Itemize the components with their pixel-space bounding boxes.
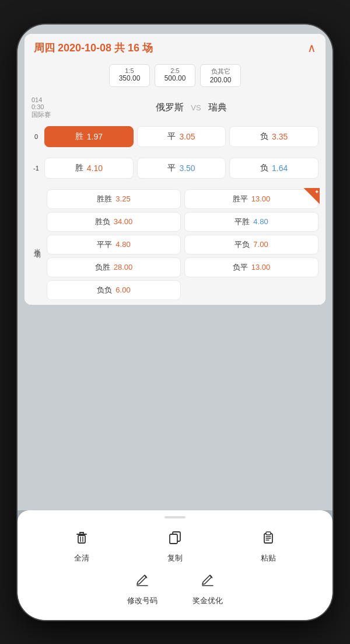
match-time: 0:30 [32, 103, 60, 110]
panel-actions-row1: 全清 复制 [18, 529, 332, 573]
badge-icon: ✦ [314, 189, 319, 195]
panel-actions-row2: 修改号码 奖金优化 [18, 573, 332, 606]
bet-draw-m1[interactable]: 平 3.50 [137, 158, 226, 179]
hf-win-win[interactable]: 胜胜 3.25 [47, 189, 181, 209]
header-title: 周四 2020-10-08 共 16 场 [34, 41, 153, 55]
collapse-icon[interactable]: ∧ [307, 41, 316, 55]
copy-button[interactable]: 复制 [167, 529, 183, 563]
bottom-panel: 全清 复制 [18, 510, 332, 620]
handicap-minus1-section: -1 胜 4.10 平 3.50 负 1.64 [24, 155, 326, 187]
score-row: 1:5 350.00 2:5 500.00 负其它 200.00 [24, 62, 326, 92]
bonus-optimize-icon [200, 573, 215, 592]
svg-rect-0 [78, 535, 85, 543]
handicap-0-row: 0 胜 1.97 平 3.05 负 3.35 [32, 126, 318, 147]
hf-row-2: 胜负 34.00 平胜 4.80 [47, 212, 318, 232]
svg-rect-8 [170, 534, 177, 544]
hf-row-5: 负负 6.00 [47, 280, 318, 300]
hf-lose-lose[interactable]: 负负 6.00 [47, 280, 181, 300]
match-teams: 俄罗斯 VS 瑞典 [64, 102, 318, 114]
hf-win-lose[interactable]: 胜负 34.00 [47, 212, 181, 232]
panel-handle [164, 516, 186, 518]
home-team: 俄罗斯 [156, 102, 184, 114]
handicap-minus1-label: -1 [32, 165, 41, 172]
bet-lose-m1[interactable]: 负 1.64 [229, 158, 318, 179]
score-cell-1: 1:5 350.00 [109, 64, 150, 87]
copy-icon [167, 529, 183, 549]
match-id: 014 [32, 96, 60, 103]
half-full-section: 半全场 ✦ 胜胜 3.25 胜平 [24, 187, 326, 305]
away-team: 瑞典 [208, 102, 227, 114]
handicap-0-section: 0 胜 1.97 平 3.05 负 3.35 [24, 124, 326, 155]
edit-number-button[interactable]: 修改号码 [127, 573, 158, 606]
bet-win-m1[interactable]: 胜 4.10 [44, 158, 134, 179]
bet-lose-0[interactable]: 负 3.35 [229, 126, 318, 147]
hf-row-4: 负胜 28.00 负平 13.00 [47, 257, 318, 277]
svg-rect-10 [266, 532, 271, 535]
paste-label: 粘贴 [261, 553, 276, 563]
trash-icon [74, 529, 90, 549]
match-card: 周四 2020-10-08 共 16 场 ∧ 1:5 350.00 2:5 50… [24, 34, 326, 305]
clear-all-button[interactable]: 全清 [74, 529, 90, 563]
handicap-0-label: 0 [32, 133, 41, 140]
hf-win-draw[interactable]: 胜平 13.00 [184, 189, 318, 209]
paste-button[interactable]: 粘贴 [260, 529, 276, 563]
hf-row-1: 胜胜 3.25 胜平 13.00 [47, 189, 318, 209]
hf-draw-draw[interactable]: 平平 4.80 [47, 235, 181, 255]
vs-text: VS [191, 103, 201, 112]
screen-content: 周四 2020-10-08 共 16 场 ∧ 1:5 350.00 2:5 50… [18, 25, 332, 510]
half-full-label: 半全场 [32, 189, 42, 300]
hf-lose-draw[interactable]: 负平 13.00 [184, 257, 318, 277]
edit-number-icon [135, 573, 150, 592]
match-meta: 014 0:30 国际赛 [32, 96, 60, 119]
phone-screen: 周四 2020-10-08 共 16 场 ∧ 1:5 350.00 2:5 50… [18, 25, 332, 620]
card-header: 周四 2020-10-08 共 16 场 ∧ [24, 34, 326, 62]
hf-draw-win[interactable]: 平胜 4.80 [184, 212, 318, 232]
bonus-optimize-label: 奖金优化 [192, 596, 223, 606]
edit-number-label: 修改号码 [127, 596, 158, 606]
hf-draw-lose[interactable]: 平负 7.00 [184, 235, 318, 255]
hf-row-3: 平平 4.80 平负 7.00 [47, 235, 318, 255]
score-cell-2: 2:5 500.00 [155, 64, 195, 87]
copy-label: 复制 [167, 553, 183, 563]
phone-frame: 周四 2020-10-08 共 16 场 ∧ 1:5 350.00 2:5 50… [18, 25, 332, 620]
match-info-row: 014 0:30 国际赛 俄罗斯 VS 瑞典 [24, 92, 326, 124]
match-league: 国际赛 [32, 110, 60, 119]
clear-all-label: 全清 [74, 553, 89, 563]
hf-lose-win[interactable]: 负胜 28.00 [47, 257, 181, 277]
paste-icon [260, 529, 276, 549]
bonus-optimize-button[interactable]: 奖金优化 [192, 573, 223, 606]
bet-win-0[interactable]: 胜 1.97 [44, 126, 134, 147]
bet-draw-0[interactable]: 平 3.05 [137, 126, 226, 147]
handicap-minus1-row: -1 胜 4.10 平 3.50 负 1.64 [32, 158, 318, 179]
half-full-grid: ✦ 胜胜 3.25 胜平 13.00 [47, 189, 318, 300]
score-cell-3: 负其它 200.00 [200, 64, 241, 87]
